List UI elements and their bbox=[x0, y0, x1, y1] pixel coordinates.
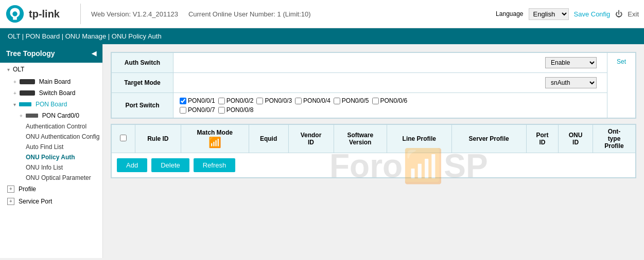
col-checkbox bbox=[112, 125, 135, 153]
service-port-expand-icon: + bbox=[7, 198, 14, 205]
sidebar-item-pon-card[interactable]: + PON Card0/0 bbox=[0, 110, 102, 121]
action-bar: Add Delete Refresh bbox=[111, 153, 636, 178]
auth-table: Auth Switch Enable Disable Set bbox=[111, 52, 636, 118]
add-button[interactable]: Add bbox=[117, 158, 147, 172]
svg-point-1 bbox=[12, 11, 18, 16]
data-panel: Rule ID Match Mode 📶 Equid VendorID bbox=[111, 124, 636, 178]
language-select[interactable]: English Chinese bbox=[529, 8, 569, 20]
port-pon002-checkbox[interactable] bbox=[218, 98, 225, 104]
olt-label: OLT bbox=[13, 66, 24, 73]
save-config-button[interactable]: Save Config bbox=[574, 10, 611, 18]
main-board-device-icon bbox=[20, 79, 35, 84]
onu-policy-label: ONU Policy Auth bbox=[26, 154, 75, 161]
sidebar: Tree Topology ◀ ▾ OLT + Main Board + Swi… bbox=[0, 44, 103, 258]
port-pon007-label[interactable]: PON0/0/7 bbox=[180, 106, 215, 114]
pon-board-label: PON Board bbox=[36, 101, 67, 108]
sidebar-item-profile[interactable]: + Profile bbox=[0, 183, 102, 195]
sidebar-item-onu-auth-config[interactable]: ONU Authentication Config bbox=[0, 132, 102, 142]
breadcrumb: OLT | PON Board | ONU Manage | ONU Polic… bbox=[0, 28, 644, 44]
port-pon002-label[interactable]: PON0/0/2 bbox=[218, 97, 254, 104]
set-link[interactable]: Set bbox=[614, 56, 629, 67]
col-rule-id: Rule ID bbox=[135, 125, 181, 153]
port-pon003-label[interactable]: PON0/0/3 bbox=[256, 97, 292, 104]
sidebar-item-onu-info[interactable]: ONU Info List bbox=[0, 162, 102, 173]
port-pon006-label[interactable]: PON0/0/6 bbox=[372, 97, 408, 104]
port-pon001-checkbox[interactable] bbox=[180, 98, 186, 104]
target-mode-select[interactable]: snAuth loid mac bbox=[545, 77, 597, 88]
match-mode-label: Match Mode bbox=[197, 129, 233, 136]
sidebar-item-main-board[interactable]: + Main Board bbox=[0, 76, 102, 87]
port-pon007-checkbox[interactable] bbox=[180, 107, 186, 114]
port-pon004-checkbox[interactable] bbox=[295, 98, 302, 104]
col-vendor-id: VendorID bbox=[288, 125, 334, 153]
port-pon005-label[interactable]: PON0/0/5 bbox=[334, 97, 369, 104]
onu-optical-label: ONU Optical Parameter bbox=[26, 174, 91, 181]
wifi-icon: 📶 bbox=[208, 136, 221, 148]
port-pon001-label[interactable]: PON0/0/1 bbox=[180, 97, 215, 104]
sidebar-item-service-port[interactable]: + Service Port bbox=[0, 195, 102, 208]
sidebar-item-auth-control[interactable]: Authentication Control bbox=[0, 121, 102, 132]
auth-switch-row: Auth Switch Enable Disable Set bbox=[112, 53, 636, 73]
sidebar-title: Tree Topology bbox=[6, 49, 55, 58]
sidebar-item-auto-find[interactable]: Auto Find List bbox=[0, 142, 102, 152]
delete-button[interactable]: Delete bbox=[151, 158, 189, 172]
onu-id-label: ONUID bbox=[569, 132, 583, 146]
software-version-label: SoftwareVersion bbox=[347, 132, 373, 146]
vendor-id-label: VendorID bbox=[301, 132, 322, 146]
auth-switch-select[interactable]: Enable Disable bbox=[545, 57, 597, 68]
header-info: Web Version: V1.2.4_201123 Current Onlin… bbox=[91, 10, 496, 18]
header: tp-link Web Version: V1.2.4_201123 Curre… bbox=[0, 0, 644, 28]
col-match-mode: Match Mode 📶 bbox=[181, 125, 249, 153]
col-port-id: PortID bbox=[526, 125, 559, 153]
switch-board-label: Switch Board bbox=[39, 89, 76, 97]
sidebar-item-pon-board[interactable]: ▾ PON Board bbox=[0, 99, 102, 110]
col-equid: Equid bbox=[249, 125, 288, 153]
select-all-checkbox[interactable] bbox=[120, 135, 127, 141]
pon-board-device-icon bbox=[19, 102, 31, 106]
port-pon005-checkbox[interactable] bbox=[334, 98, 340, 104]
col-line-profile: Line Profile bbox=[387, 125, 451, 153]
port-switches-container: PON0/0/1 PON0/0/2 PON0/0/3 PON0/0/4 PON0… bbox=[180, 97, 601, 104]
web-version: Web Version: V1.2.4_201123 bbox=[91, 10, 178, 18]
exit-link[interactable]: Exit bbox=[628, 10, 639, 18]
target-mode-row: Target Mode snAuth loid mac bbox=[112, 73, 636, 93]
onu-info-label: ONU Info List bbox=[26, 164, 63, 171]
auth-panel: Auth Switch Enable Disable Set bbox=[111, 52, 636, 119]
col-ont-type: Ont-typeProfile bbox=[593, 125, 635, 153]
auth-switch-label: Auth Switch bbox=[112, 53, 173, 73]
port-pon006-checkbox[interactable] bbox=[372, 98, 379, 104]
sidebar-item-onu-policy[interactable]: ONU Policy Auth bbox=[0, 152, 102, 162]
profile-expand-icon: + bbox=[7, 185, 14, 193]
auth-switch-value-cell: Enable Disable bbox=[173, 53, 607, 73]
port-id-label: PortID bbox=[536, 132, 548, 146]
poncard-expand-icon: + bbox=[20, 113, 23, 119]
port-pon008-label[interactable]: PON0/0/8 bbox=[218, 106, 254, 114]
logo-text: tp-link bbox=[29, 8, 60, 20]
language-label: Language bbox=[496, 10, 523, 17]
port-pon004-label[interactable]: PON0/0/4 bbox=[295, 97, 330, 104]
header-divider bbox=[80, 4, 81, 24]
col-onu-id: ONUID bbox=[559, 125, 593, 153]
header-actions: Language English Chinese Save Config ⏻ E… bbox=[496, 8, 639, 20]
port-pon008-checkbox[interactable] bbox=[218, 107, 225, 114]
port-pon003-checkbox[interactable] bbox=[256, 98, 263, 104]
target-mode-label: Target Mode bbox=[112, 73, 173, 93]
switch-board-device-icon bbox=[20, 90, 35, 96]
tplink-logo-icon bbox=[5, 4, 25, 24]
ont-type-label: Ont-typeProfile bbox=[604, 128, 623, 150]
refresh-button[interactable]: Refresh bbox=[194, 158, 236, 172]
target-mode-value-cell: snAuth loid mac bbox=[173, 73, 607, 93]
olt-expand-icon: ▾ bbox=[7, 67, 10, 72]
sidebar-item-switch-board[interactable]: + Switch Board bbox=[0, 87, 102, 99]
sidebar-collapse-icon[interactable]: ◀ bbox=[92, 50, 96, 57]
sidebar-item-onu-optical[interactable]: ONU Optical Parameter bbox=[0, 173, 102, 183]
sidebar-item-olt[interactable]: ▾ OLT bbox=[0, 63, 102, 76]
main-board-label: Main Board bbox=[39, 78, 71, 85]
profile-label: Profile bbox=[19, 185, 36, 193]
content-area: Foro📶SP Auth Switch Enable Disable bbox=[103, 44, 644, 258]
breadcrumb-text: OLT | PON Board | ONU Manage | ONU Polic… bbox=[8, 32, 162, 40]
port-switch-row: Port Switch PON0/0/1 PON0/0/2 PON0/0/3 P… bbox=[112, 93, 636, 118]
col-server-profile: Server Profile bbox=[451, 125, 526, 153]
service-port-label: Service Port bbox=[19, 198, 52, 205]
auth-control-label: Authentication Control bbox=[26, 123, 86, 130]
